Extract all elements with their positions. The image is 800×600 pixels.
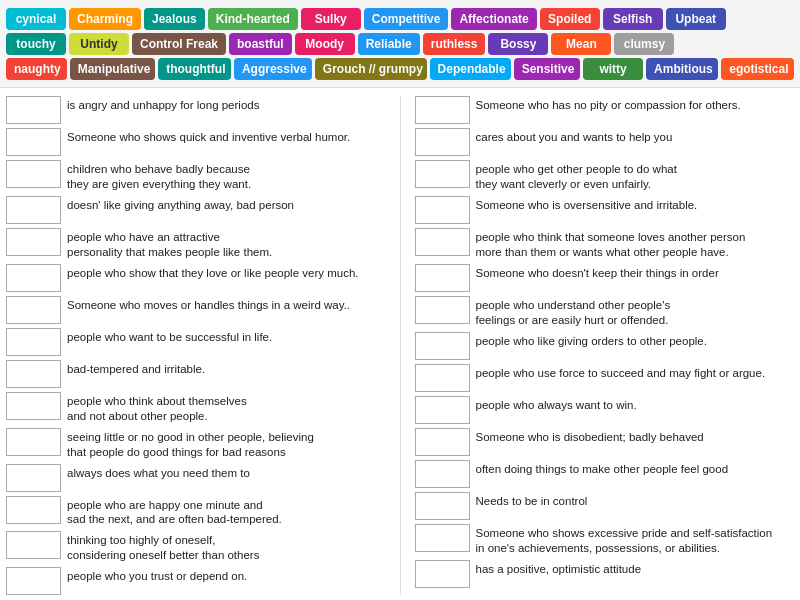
tag-sensitive[interactable]: Sensitive	[514, 58, 580, 80]
answer-input-2[interactable]	[415, 160, 470, 188]
list-item: people who use force to succeed and may …	[415, 364, 795, 392]
definition-text: Someone who shows quick and inventive ve…	[67, 128, 350, 145]
tag-competitive[interactable]: Competitive	[364, 8, 449, 30]
answer-input-12[interactable]	[415, 492, 470, 520]
tag-manipulative[interactable]: Manipulative	[70, 58, 156, 80]
tag-aggressive[interactable]: Aggressive	[234, 58, 312, 80]
definition-text: often doing things to make other people …	[476, 460, 729, 477]
list-item: Someone who doesn't keep their things in…	[415, 264, 795, 292]
tag-affectionate[interactable]: Affectionate	[451, 8, 536, 30]
answer-input-1[interactable]	[415, 128, 470, 156]
tag-cynical[interactable]: cynical	[6, 8, 66, 30]
tags-section: cynicalCharmingJealousKind-heartedSulkyC…	[0, 0, 800, 88]
tag-spoiled[interactable]: Spoiled	[540, 8, 600, 30]
answer-input-10[interactable]	[6, 428, 61, 456]
answer-input-6[interactable]	[415, 296, 470, 324]
definition-text: Someone who is disobedient; badly behave…	[476, 428, 704, 445]
answer-input-11[interactable]	[6, 464, 61, 492]
answer-input-3[interactable]	[415, 196, 470, 224]
answer-input-3[interactable]	[6, 196, 61, 224]
list-item: people who you trust or depend on.	[6, 567, 386, 595]
list-item: bad-tempered and irritable.	[6, 360, 386, 388]
list-item: people who always want to win.	[415, 396, 795, 424]
answer-input-4[interactable]	[6, 228, 61, 256]
answer-input-0[interactable]	[6, 96, 61, 124]
answer-input-5[interactable]	[415, 264, 470, 292]
definition-text: Someone who moves or handles things in a…	[67, 296, 350, 313]
definition-text: Needs to be in control	[476, 492, 588, 509]
tag-control-freak[interactable]: Control Freak	[132, 33, 226, 55]
definition-text: is angry and unhappy for long periods	[67, 96, 259, 113]
matching-section: is angry and unhappy for long periodsSom…	[0, 88, 800, 600]
tag-witty[interactable]: witty	[583, 58, 643, 80]
tag-touchy[interactable]: touchy	[6, 33, 66, 55]
tag-selfish[interactable]: Selfish	[603, 8, 663, 30]
tag-sulky[interactable]: Sulky	[301, 8, 361, 30]
definition-text: has a positive, optimistic attitude	[476, 560, 642, 577]
list-item: people who think that someone loves anot…	[415, 228, 795, 260]
tag-dependable[interactable]: Dependable	[430, 58, 511, 80]
list-item: Someone who is oversensitive and irritab…	[415, 196, 795, 224]
tag-moody[interactable]: Moody	[295, 33, 355, 55]
definition-text: Someone who is oversensitive and irritab…	[476, 196, 698, 213]
answer-input-14[interactable]	[415, 560, 470, 588]
answer-input-9[interactable]	[415, 396, 470, 424]
tag-boastful[interactable]: boastful	[229, 33, 292, 55]
tag-grouch----grumpy[interactable]: Grouch // grumpy	[315, 58, 427, 80]
list-item: people who like giving orders to other p…	[415, 332, 795, 360]
answer-input-6[interactable]	[6, 296, 61, 324]
answer-input-0[interactable]	[415, 96, 470, 124]
list-item: Needs to be in control	[415, 492, 795, 520]
tag-charming[interactable]: Charming	[69, 8, 141, 30]
definition-text: always does what you need them to	[67, 464, 250, 481]
answer-input-8[interactable]	[6, 360, 61, 388]
tag-egotistical[interactable]: egotistical	[721, 58, 794, 80]
tag-naughty[interactable]: naughty	[6, 58, 67, 80]
answer-input-10[interactable]	[415, 428, 470, 456]
list-item: Someone who shows excessive pride and se…	[415, 524, 795, 556]
list-item: is angry and unhappy for long periods	[6, 96, 386, 124]
tag-ruthless[interactable]: ruthless	[423, 33, 486, 55]
list-item: often doing things to make other people …	[415, 460, 795, 488]
tag-untidy[interactable]: Untidy	[69, 33, 129, 55]
tag-clumsy[interactable]: clumsy	[614, 33, 674, 55]
definition-text: seeing little or no good in other people…	[67, 428, 314, 460]
tag-thoughtful[interactable]: thoughtful	[158, 58, 231, 80]
answer-input-7[interactable]	[415, 332, 470, 360]
list-item: Someone who is disobedient; badly behave…	[415, 428, 795, 456]
column-divider	[400, 96, 401, 595]
list-item: Someone who has no pity or compassion fo…	[415, 96, 795, 124]
answer-input-14[interactable]	[6, 567, 61, 595]
definition-text: Someone who has no pity or compassion fo…	[476, 96, 741, 113]
definition-text: people who get other people to do what t…	[476, 160, 677, 192]
definition-text: bad-tempered and irritable.	[67, 360, 205, 377]
answer-input-13[interactable]	[6, 531, 61, 559]
tag-upbeat[interactable]: Upbeat	[666, 8, 726, 30]
answer-input-12[interactable]	[6, 496, 61, 524]
answer-input-2[interactable]	[6, 160, 61, 188]
tag-mean[interactable]: Mean	[551, 33, 611, 55]
left-column: is angry and unhappy for long periodsSom…	[6, 96, 386, 595]
tag-bossy[interactable]: Bossy	[488, 33, 548, 55]
list-item: seeing little or no good in other people…	[6, 428, 386, 460]
definition-text: people who understand other people's fee…	[476, 296, 671, 328]
definition-text: people who use force to succeed and may …	[476, 364, 766, 381]
answer-input-9[interactable]	[6, 392, 61, 420]
list-item: people who understand other people's fee…	[415, 296, 795, 328]
definition-text: people who are happy one minute and sad …	[67, 496, 282, 528]
answer-input-8[interactable]	[415, 364, 470, 392]
definition-text: people who think that someone loves anot…	[476, 228, 746, 260]
tag-reliable[interactable]: Reliable	[358, 33, 420, 55]
answer-input-13[interactable]	[415, 524, 470, 552]
answer-input-11[interactable]	[415, 460, 470, 488]
answer-input-5[interactable]	[6, 264, 61, 292]
answer-input-4[interactable]	[415, 228, 470, 256]
list-item: people who have an attractive personalit…	[6, 228, 386, 260]
answer-input-7[interactable]	[6, 328, 61, 356]
list-item: Someone who shows quick and inventive ve…	[6, 128, 386, 156]
answer-input-1[interactable]	[6, 128, 61, 156]
list-item: thinking too highly of oneself, consider…	[6, 531, 386, 563]
tag-ambitious[interactable]: Ambitious	[646, 58, 718, 80]
tag-kind-hearted[interactable]: Kind-hearted	[208, 8, 298, 30]
tag-jealous[interactable]: Jealous	[144, 8, 205, 30]
